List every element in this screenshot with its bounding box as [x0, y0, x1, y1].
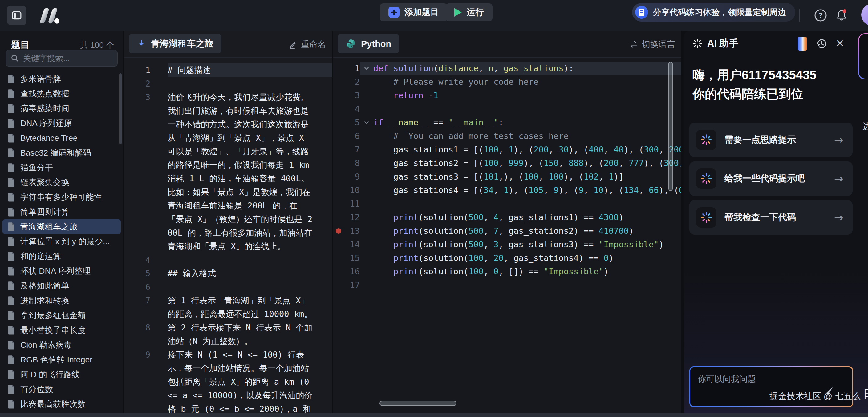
sparkle-badge: [696, 168, 716, 189]
search-input[interactable]: [23, 54, 110, 63]
gutter[interactable]: [333, 211, 344, 224]
problem-line: 1# 问题描述: [124, 63, 332, 77]
sidebar-item-label: Base32 编码和解码: [20, 147, 91, 158]
ai-assistant-panel: AI 助手 × 嗨，用户61175435435 你的代码陪练已到位 需要一点思路…: [684, 31, 868, 413]
code-line: 7 gas_stations1 = [(100, 1), (200, 30), …: [333, 143, 681, 156]
problem-markdown-editor[interactable]: 1# 问题描述23油价飞升的今天，我们尽量减少花费。我们出门旅游，有时候租车去旅…: [124, 58, 332, 413]
notifications-button[interactable]: [834, 8, 849, 23]
sidebar-item[interactable]: 计算位置 x 到 y 的最少...: [2, 234, 121, 249]
gutter[interactable]: [333, 238, 344, 251]
fold-chevron-icon[interactable]: [363, 119, 370, 126]
sidebar-item[interactable]: Bytedance Tree: [2, 131, 121, 146]
sidebar-item[interactable]: 和的逆运算: [2, 249, 121, 264]
line-number: 6: [124, 280, 150, 294]
sidebar-item[interactable]: 查找热点数据: [2, 86, 121, 101]
sidebar-item[interactable]: 病毒感染时间: [2, 101, 121, 116]
line-number: 3: [124, 91, 150, 253]
sidebar-scrollbar[interactable]: [119, 73, 122, 144]
sidebar-toggle-button[interactable]: [7, 5, 27, 25]
gutter[interactable]: [333, 265, 344, 279]
badge-icon: [635, 6, 648, 19]
gutter[interactable]: [333, 116, 344, 129]
run-button[interactable]: 运行: [446, 3, 493, 21]
switch-language-button[interactable]: 切换语言: [629, 31, 675, 58]
arrow-right-icon: →: [834, 172, 843, 185]
sidebar-item[interactable]: 进制求和转换: [2, 293, 121, 308]
document-icon: [7, 178, 16, 187]
editor-vertical-scrollbar[interactable]: [669, 62, 673, 191]
problem-title: 青海湖租车之旅: [151, 38, 213, 50]
gutter[interactable]: [333, 156, 344, 170]
code-line-text: def solution(distance, n, gas_stations):: [373, 62, 574, 75]
promo-banner[interactable]: 分享代码练习体验，领限量定制周边: [632, 3, 795, 22]
sidebar-item[interactable]: 环状 DNA 序列整理: [2, 264, 121, 279]
code-line-text: gas_stations1 = [(100, 1), (200, 30), (4…: [373, 143, 681, 156]
user-avatar[interactable]: [861, 4, 868, 26]
sidebar-item[interactable]: Cion 勒索病毒: [2, 338, 121, 352]
code-line-text: print(solution(500, 4, gas_stations1) ==…: [373, 211, 624, 224]
ai-suggestion-card[interactable]: 需要一点思路提示→: [689, 123, 852, 157]
problem-line-text: [167, 253, 332, 267]
sidebar-item-label: 环状 DNA 序列整理: [20, 265, 91, 277]
gutter[interactable]: [333, 129, 344, 143]
code-line-text: gas_stations3 = [(101,), (100, 100), (10…: [373, 170, 624, 184]
suggestion-label: 给我一些代码提示吧: [724, 172, 826, 185]
history-button[interactable]: [815, 37, 829, 51]
sidebar-item[interactable]: 比赛最高获胜次数: [2, 397, 121, 412]
sidebar-item[interactable]: 最小替换子串长度: [2, 323, 121, 338]
gutter[interactable]: [333, 102, 344, 116]
ai-greeting-line1: 嗨，用户61175435435: [692, 65, 816, 85]
document-icon: [7, 370, 16, 379]
fold-toggle[interactable]: [360, 116, 373, 129]
gutter[interactable]: [333, 62, 344, 75]
ai-floating-tab[interactable]: A: [858, 33, 868, 79]
gutter[interactable]: [333, 170, 344, 184]
gutter[interactable]: [333, 75, 344, 89]
fold-toggle[interactable]: [360, 62, 373, 75]
breakpoint[interactable]: [333, 224, 344, 238]
problem-line: 5## 输入格式: [124, 267, 332, 280]
gutter[interactable]: [333, 197, 344, 211]
code-line: 5if __name__ == "__main__":: [333, 116, 681, 129]
problem-line-text: 第 2 行表示接下来 N 行表示 N 个加油站（N 为正整数）。: [167, 321, 332, 348]
code-line: 15 print(solution(100, 20, gas_stations4…: [333, 251, 681, 265]
close-ai-panel-button[interactable]: ×: [836, 34, 844, 52]
help-button[interactable]: ?: [813, 8, 828, 23]
sidebar-item[interactable]: 阿 D 的飞行路线: [2, 367, 121, 382]
rename-button[interactable]: 重命名: [289, 31, 326, 58]
sidebar-item[interactable]: 多米诺骨牌: [2, 71, 121, 86]
line-number: 7: [124, 294, 150, 321]
language-pill[interactable]: Python: [338, 34, 399, 53]
sidebar-item[interactable]: 字符串有多少种可能性: [2, 190, 121, 204]
theme-swatch-button[interactable]: [798, 37, 807, 51]
code-editor[interactable]: 1def solution(distance, n, gas_stations)…: [333, 58, 681, 413]
ai-greeting: 嗨，用户61175435435 你的代码陪练已到位: [692, 65, 816, 103]
search-box[interactable]: [5, 50, 118, 66]
gutter[interactable]: [333, 251, 344, 265]
ai-suggestion-card[interactable]: 给我一些代码提示吧→: [689, 161, 852, 196]
sidebar-item-selected[interactable]: 青海湖租车之旅: [2, 219, 121, 234]
problem-line: 3油价飞升的今天，我们尽量减少花费。我们出门旅游，有时候租车去旅游也是一种不错的…: [124, 91, 332, 253]
sidebar-item[interactable]: DNA 序列还原: [2, 116, 121, 131]
sidebar-item-label: 及格如此简单: [20, 280, 69, 291]
line-number: 2: [344, 75, 360, 89]
sidebar-item[interactable]: 及格如此简单: [2, 279, 121, 293]
fold-chevron-icon[interactable]: [363, 65, 370, 72]
fold-toggle: [360, 89, 373, 102]
gutter[interactable]: [333, 184, 344, 197]
sidebar-item[interactable]: 简单四则计算: [2, 204, 121, 219]
sidebar-item[interactable]: 猫鱼分干: [2, 160, 121, 175]
gutter[interactable]: [333, 89, 344, 102]
ai-suggestion-card[interactable]: 帮我检查一下代码→: [689, 200, 852, 235]
sidebar-item[interactable]: 拿到最多红包金额: [2, 308, 121, 323]
document-icon: [7, 133, 16, 142]
sidebar-item[interactable]: 链表聚集交换: [2, 175, 121, 190]
gutter[interactable]: [333, 279, 344, 292]
sidebar-item[interactable]: Base32 编码和解码: [2, 146, 121, 160]
line-number: 12: [344, 211, 360, 224]
add-problem-button[interactable]: 添加题目: [380, 3, 447, 21]
editor-horizontal-scrollbar[interactable]: [379, 401, 457, 406]
sidebar-item[interactable]: RGB 色值转 Integer: [2, 352, 121, 367]
gutter[interactable]: [333, 143, 344, 156]
sidebar-item[interactable]: 百分位数: [2, 382, 121, 397]
